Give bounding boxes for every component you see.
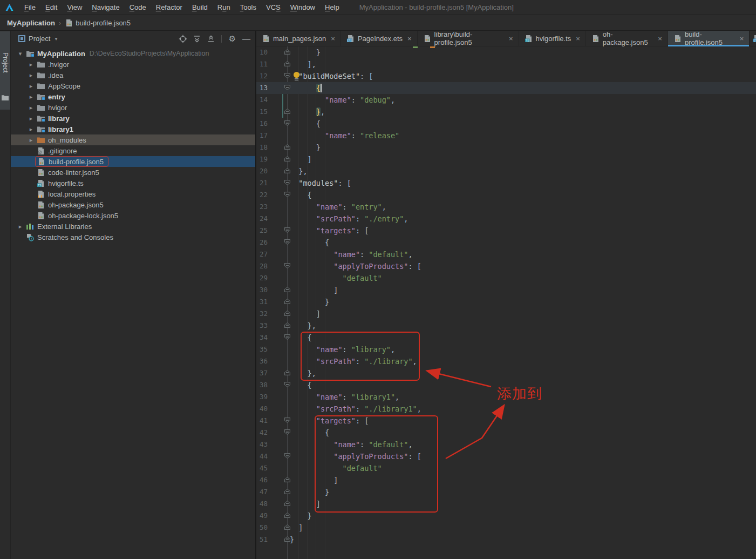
menu-vcs[interactable]: VCS — [261, 3, 285, 11]
code-line-19[interactable]: 19 ] — [256, 153, 756, 165]
code-line-10[interactable]: 10 } — [256, 46, 756, 58]
chevron-right-icon[interactable]: ▸ — [26, 61, 36, 68]
tree-item-appscope[interactable]: ▸AppScope — [11, 80, 255, 91]
code-line-11[interactable]: 11 ], — [256, 58, 756, 70]
code-line-text[interactable]: "name": "default", — [290, 248, 413, 260]
tab-pageindex-ets[interactable]: ETSPageIndex.ets× — [341, 31, 418, 46]
code-line-23[interactable]: 23 "name": "entry", — [256, 201, 756, 213]
code-line-text[interactable]: "srcPath": "./library1", — [290, 403, 421, 415]
code-line-28[interactable]: 28 "applyToProducts": [ — [256, 260, 756, 272]
settings-icon[interactable]: ⚙ — [228, 34, 237, 43]
chevron-right-icon[interactable]: ▸ — [26, 83, 36, 90]
code-line-text[interactable]: ], — [290, 58, 316, 70]
code-line-text[interactable]: } — [290, 296, 329, 308]
tree-item-gitignore[interactable]: .gitignore — [11, 145, 255, 156]
code-line-32[interactable]: 32 ] — [256, 308, 756, 320]
code-line-51[interactable]: 51} — [256, 534, 756, 545]
close-icon[interactable]: × — [331, 35, 335, 43]
menu-tools[interactable]: Tools — [235, 3, 261, 11]
locate-icon[interactable] — [178, 34, 187, 43]
tree-item-hvigorfile-ts[interactable]: TShvigorfile.ts — [11, 178, 255, 188]
chevron-right-icon[interactable]: ▸ — [15, 223, 25, 230]
code-line-text[interactable]: "srcPath": "./entry", — [290, 213, 408, 225]
chevron-down-icon[interactable]: ▾ — [15, 50, 25, 57]
code-line-12[interactable]: 12 "buildModeSet": [ — [256, 70, 756, 82]
tab-build-profile-json5[interactable]: build-profile.json5× — [668, 31, 750, 46]
tab-main-pages-json[interactable]: main_pages.json× — [256, 31, 341, 46]
tab-oh-package-json5[interactable]: oh-package.json5× — [586, 31, 668, 46]
code-line-text[interactable]: }, — [290, 106, 325, 118]
menu-run[interactable]: Run — [213, 3, 235, 11]
chevron-right-icon[interactable]: ▸ — [26, 93, 36, 100]
code-line-text[interactable]: } — [290, 510, 312, 522]
code-line-18[interactable]: 18 } — [256, 142, 756, 153]
code-line-14[interactable]: 14 "name": "debug", — [256, 94, 756, 106]
code-line-text[interactable]: { — [290, 189, 312, 201]
menu-help[interactable]: Help — [320, 3, 344, 11]
close-icon[interactable]: × — [407, 35, 412, 43]
code-line-text[interactable]: { — [290, 118, 321, 130]
tab-partial[interactable]: ETS — [750, 31, 756, 46]
menu-window[interactable]: Window — [285, 3, 320, 11]
menu-refactor[interactable]: Refactor — [151, 3, 187, 11]
tree-item-local-properties[interactable]: local.properties — [11, 188, 255, 199]
tree-item-hvigor[interactable]: ▸hvigor — [11, 102, 255, 113]
code-line-text[interactable]: }, — [290, 165, 308, 177]
code-line-text[interactable]: "name": "entry", — [290, 201, 386, 213]
code-line-30[interactable]: 30 ] — [256, 284, 756, 296]
code-line-text[interactable]: "name": "release" — [290, 130, 399, 142]
tree-item-myapplication[interactable]: ▾MyApplicationD:\DevEcoStudioProjects\My… — [11, 48, 255, 59]
code-line-text[interactable]: "name": "library1", — [290, 391, 399, 403]
code-line-24[interactable]: 24 "srcPath": "./entry", — [256, 213, 756, 225]
code-line-17[interactable]: 17 "name": "release" — [256, 130, 756, 142]
menu-build[interactable]: Build — [187, 3, 213, 11]
code-line-text[interactable]: { — [290, 82, 322, 94]
tree-item-scratches-and-consoles[interactable]: Scratches and Consoles — [11, 232, 255, 243]
hide-icon[interactable]: — — [242, 34, 251, 43]
collapse-all-icon[interactable] — [206, 34, 215, 43]
tree-item-hvigor[interactable]: ▸.hvigor — [11, 59, 255, 70]
chevron-right-icon[interactable]: ▸ — [26, 104, 36, 111]
expand-all-icon[interactable] — [192, 34, 201, 43]
tree-item-code-linter-json5[interactable]: code-linter.json5 — [11, 167, 255, 178]
tree-item-external-libraries[interactable]: ▸External Libraries — [11, 221, 255, 232]
code-line-text[interactable]: } — [290, 142, 321, 153]
tree-item-library1[interactable]: ▸library1 — [11, 124, 255, 134]
code-line-26[interactable]: 26 { — [256, 237, 756, 248]
chevron-right-icon[interactable]: ▸ — [26, 126, 36, 133]
code-line-22[interactable]: 22 { — [256, 189, 756, 201]
code-line-27[interactable]: 27 "name": "default", — [256, 248, 756, 260]
code-line-text[interactable]: "buildModeSet": [ — [290, 70, 373, 82]
menu-edit[interactable]: Edit — [40, 3, 62, 11]
code-line-text[interactable]: "name": "debug", — [290, 94, 395, 106]
code-line-25[interactable]: 25 "targets": [ — [256, 225, 756, 237]
menu-view[interactable]: View — [62, 3, 87, 11]
breadcrumb-project[interactable]: MyApplication — [7, 19, 55, 27]
tree-item-oh-package-json5[interactable]: oh-package.json5 — [11, 199, 255, 210]
menu-navigate[interactable]: Navigate — [87, 3, 124, 11]
code-line-33[interactable]: 33 }, — [256, 320, 756, 332]
code-line-text[interactable]: "applyToProducts": [ — [290, 260, 421, 272]
tree-item-idea[interactable]: ▸.idea — [11, 70, 255, 80]
code-line-text[interactable]: ] — [290, 153, 312, 165]
menu-code[interactable]: Code — [125, 3, 151, 11]
tab-hvigorfile-ts[interactable]: TShvigorfile.ts× — [519, 31, 586, 46]
breadcrumb-file[interactable]: build-profile.json5 — [76, 19, 131, 27]
code-line-20[interactable]: 20 }, — [256, 165, 756, 177]
code-line-text[interactable]: ] — [290, 308, 321, 320]
code-line-text[interactable]: }, — [290, 320, 316, 332]
code-line-21[interactable]: 21 "modules": [ — [256, 177, 756, 189]
chevron-right-icon[interactable]: ▸ — [26, 115, 36, 122]
code-line-text[interactable]: } — [290, 46, 321, 58]
tree-item-entry[interactable]: ▸entry — [11, 91, 255, 102]
code-line-text[interactable]: "default" — [290, 272, 382, 284]
code-line-50[interactable]: 50 ] — [256, 522, 756, 534]
close-icon[interactable]: × — [509, 35, 513, 43]
code-line-text[interactable]: ] — [290, 522, 303, 534]
code-line-text[interactable]: ] — [290, 284, 338, 296]
code-line-15[interactable]: 15 }, — [256, 106, 756, 118]
chevron-right-icon[interactable]: ▸ — [26, 72, 36, 79]
tree-item-build-profile-json5[interactable]: build-profile.json5 — [11, 156, 255, 167]
close-icon[interactable]: × — [576, 35, 580, 43]
project-view-selector[interactable]: Project ▾ — [18, 35, 58, 43]
